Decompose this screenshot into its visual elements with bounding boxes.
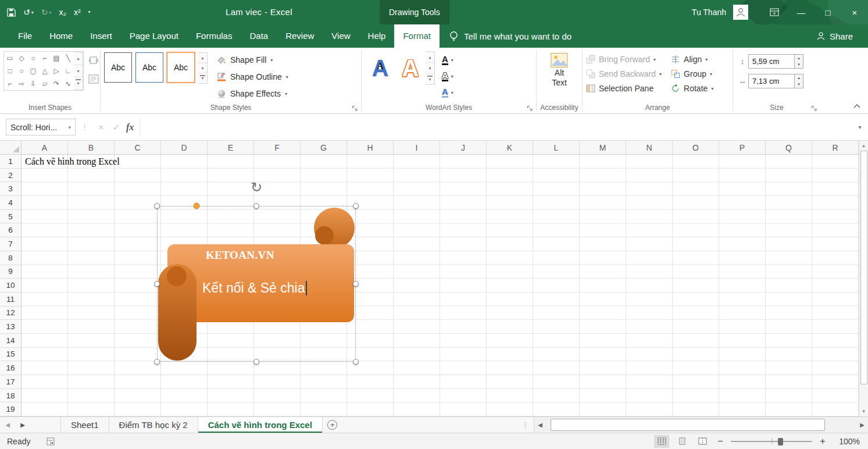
row-header-9[interactable]: 9 <box>0 265 21 279</box>
selection-handle[interactable] <box>353 359 359 365</box>
shape-gallery-item[interactable]: ⌐ <box>39 52 51 65</box>
superscript-button[interactable]: x² <box>74 8 81 17</box>
horizontal-scrollbar-track[interactable] <box>546 417 856 433</box>
adjust-handle[interactable] <box>194 203 200 209</box>
cells-canvas[interactable]: Cách vẽ hình trong Excel <box>22 155 859 416</box>
rotate-button[interactable]: Rotate ▾ <box>671 84 713 93</box>
row-header-18[interactable]: 18 <box>0 389 21 403</box>
stepper-up-button[interactable]: ▴ <box>795 74 803 81</box>
shape-gallery-item[interactable]: △ <box>39 65 51 77</box>
shape-gallery-item[interactable]: ▢ <box>27 65 39 77</box>
column-header-r[interactable]: R <box>812 141 859 154</box>
redo-button[interactable]: ↻▾ <box>41 8 52 17</box>
selected-shape[interactable]: KETOAN.VN Kết nối & Sẻ chia ↻ <box>157 206 356 362</box>
column-header-c[interactable]: C <box>115 141 161 154</box>
page-layout-view-button[interactable] <box>674 435 690 448</box>
shape-height-input[interactable]: 5,59 cm <box>748 54 795 69</box>
stepper-down-button[interactable]: ▾ <box>795 62 803 69</box>
vertical-scrollbar-thumb[interactable] <box>860 151 867 384</box>
wordart-style-1[interactable]: A <box>365 49 395 83</box>
column-header-o[interactable]: O <box>673 141 719 154</box>
text-effects-button[interactable]: A ▾ <box>440 85 456 99</box>
horizontal-scrollbar[interactable]: ◀ ▶ <box>534 417 868 433</box>
gallery-scroll-down-button[interactable]: ▾ <box>198 63 207 74</box>
align-button[interactable]: Align ▾ <box>671 55 713 64</box>
size-dialog-launcher[interactable] <box>811 105 817 112</box>
wordart-styles-dialog-launcher[interactable] <box>527 105 533 112</box>
zoom-slider-thumb[interactable] <box>778 438 783 446</box>
shape-gallery-item[interactable]: □ <box>4 65 16 77</box>
macro-record-icon[interactable] <box>47 437 55 446</box>
column-header-m[interactable]: M <box>580 141 626 154</box>
sheet-tab-c-ch-v-h-nh-trong-excel[interactable]: Cách vẽ hình trong Excel <box>198 417 323 433</box>
ribbon-display-options-button[interactable] <box>761 0 788 24</box>
sheet-nav-left-button[interactable]: ◀ <box>0 417 15 433</box>
selection-handle[interactable] <box>154 203 160 209</box>
scroll-up-arrow[interactable]: ▴ <box>862 141 865 151</box>
row-header-4[interactable]: 4 <box>0 196 21 210</box>
tell-me-box[interactable]: Tell me what you want to do <box>449 24 571 48</box>
name-box[interactable]: Scroll: Hori... ▾ <box>6 119 76 136</box>
shape-gallery-item[interactable]: ▷ <box>51 65 62 77</box>
shape-fill-button[interactable]: Shape Fill ▾ <box>213 52 292 67</box>
sheet-nav-right-button[interactable]: ▶ <box>15 417 30 433</box>
stepper-up-button[interactable]: ▴ <box>795 55 803 62</box>
gallery-more-button[interactable]: ▾ <box>74 77 83 90</box>
contextual-tab-drawing-tools[interactable]: Drawing Tools <box>380 0 449 24</box>
row-header-13[interactable]: 13 <box>0 320 21 334</box>
shape-gallery-item[interactable]: ⇨ <box>16 77 27 90</box>
save-button[interactable] <box>7 8 16 17</box>
selection-pane-button[interactable]: Selection Pane <box>586 84 662 93</box>
stepper-down-button[interactable]: ▾ <box>795 81 803 88</box>
shape-gallery-item[interactable]: ↷ <box>51 77 62 90</box>
shape-gallery-item[interactable]: ▤ <box>51 52 62 65</box>
shape-gallery-item[interactable]: ⇩ <box>27 77 39 90</box>
selection-handle[interactable] <box>353 281 359 287</box>
alt-text-button[interactable]: Alt Text <box>541 51 578 88</box>
shape-style-preview-1[interactable]: Abc <box>104 52 132 83</box>
gallery-more-button[interactable]: ▾ <box>426 74 434 84</box>
maximize-button[interactable]: □ <box>815 0 841 24</box>
sheet-tab-i-m-tb-h-c-k-2[interactable]: Điểm TB học kỳ 2 <box>109 417 198 433</box>
scroll-left-arrow[interactable]: ◀ <box>534 422 546 428</box>
user-name[interactable]: Tu Thanh <box>692 8 726 17</box>
zoom-slider[interactable] <box>731 436 812 447</box>
selection-handle[interactable] <box>154 281 160 287</box>
normal-view-button[interactable] <box>654 435 669 448</box>
shape-gallery-item[interactable]: ◇ <box>16 52 27 65</box>
shape-gallery-item[interactable]: ▭ <box>4 52 16 65</box>
wordart-style-3[interactable]: A <box>395 51 426 85</box>
zoom-level[interactable]: 100% <box>833 437 860 446</box>
shape-gallery-item[interactable]: ∿ <box>62 77 74 90</box>
customize-qat-button[interactable]: ▾ <box>88 8 91 16</box>
selection-handle[interactable] <box>253 203 259 209</box>
row-header-8[interactable]: 8 <box>0 251 21 265</box>
column-header-p[interactable]: P <box>719 141 766 154</box>
sheet-tab-sheet1[interactable]: Sheet1 <box>60 417 109 433</box>
page-break-preview-button[interactable] <box>695 435 710 448</box>
ribbon-tab-data[interactable]: Data <box>241 24 277 48</box>
selection-handle[interactable] <box>154 359 160 365</box>
minimize-button[interactable]: — <box>788 0 815 24</box>
column-header-b[interactable]: B <box>68 141 115 154</box>
row-header-14[interactable]: 14 <box>0 334 21 348</box>
row-header-12[interactable]: 12 <box>0 307 21 320</box>
shape-gallery-item[interactable]: ⌐ <box>4 77 16 90</box>
send-backward-button[interactable]: Send Backward ▾ <box>586 69 662 79</box>
ribbon-tab-page-layout[interactable]: Page Layout <box>121 24 187 48</box>
insert-function-button[interactable]: fx <box>126 122 134 133</box>
formula-bar-expand-button[interactable]: ▾ <box>852 124 868 130</box>
tab-bar-grip[interactable]: ⋮ <box>517 417 534 433</box>
ribbon-tab-formulas[interactable]: Formulas <box>187 24 241 48</box>
row-header-2[interactable]: 2 <box>0 169 21 183</box>
cancel-button[interactable]: × <box>94 122 109 132</box>
ribbon-tab-view[interactable]: View <box>323 24 359 48</box>
zoom-in-button[interactable]: + <box>817 436 828 447</box>
column-header-a[interactable]: A <box>22 141 68 154</box>
shape-style-preview-3-selected[interactable]: Abc <box>167 52 195 83</box>
column-header-h[interactable]: H <box>347 141 394 154</box>
scroll-right-arrow[interactable]: ▶ <box>856 422 868 428</box>
shape-styles-dialog-launcher[interactable] <box>352 105 358 112</box>
column-header-d[interactable]: D <box>161 141 208 154</box>
column-header-g[interactable]: G <box>301 141 347 154</box>
